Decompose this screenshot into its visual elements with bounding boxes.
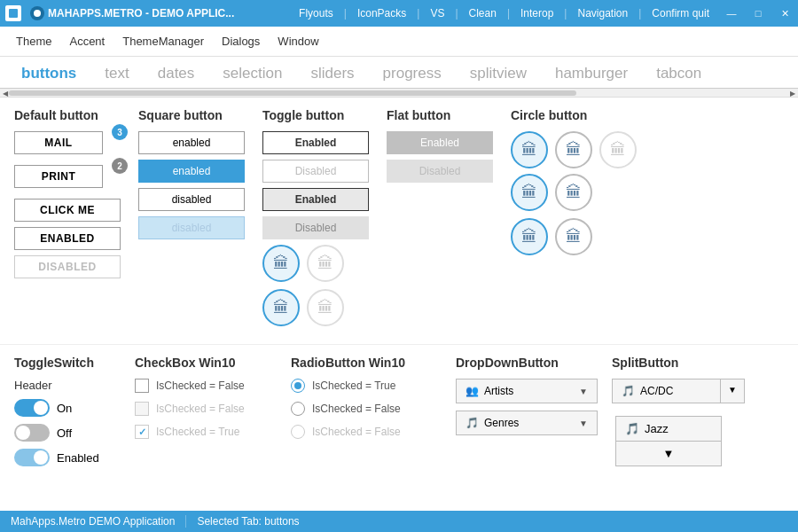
nav-clean[interactable]: Clean (460, 0, 505, 27)
checkbox-check-2: ✓ (138, 426, 146, 438)
horizontal-scrollbar[interactable]: ◀ ▶ (0, 89, 798, 98)
print-button[interactable]: PRINT (14, 165, 103, 188)
toggle-off-track[interactable] (14, 424, 50, 442)
square-button-section: Square button enabled enabled disabled d… (138, 108, 245, 333)
checkbox-label-1: IsChecked = False (156, 403, 245, 415)
toggle-header-label: Header (14, 379, 121, 392)
split-acdc-arrow[interactable]: ▼ (721, 379, 745, 403)
nav-iconpacks[interactable]: IconPacks (348, 0, 415, 27)
flat-enabled[interactable]: Enabled (387, 131, 493, 154)
tog-circle-active2[interactable]: 🏛 (262, 289, 300, 326)
toggle-button-section: Toggle button Enabled Disabled Enabled D… (262, 108, 369, 333)
tab-sliders[interactable]: sliders (296, 59, 368, 88)
nav-flyouts[interactable]: Flyouts (290, 0, 342, 27)
tog-enabled1[interactable]: Enabled (262, 131, 369, 154)
scroll-right-arrow[interactable]: ▶ (787, 89, 798, 98)
mail-button-wrapper: MAIL 3 (14, 131, 121, 160)
checkbox-label-2: IsChecked = True (156, 426, 239, 438)
tabbar: buttons text dates selection sliders pro… (0, 57, 798, 89)
close-button[interactable]: ✕ (771, 0, 798, 27)
circle-grid: 🏛 🏛 🏛 🏛 🏛 🏛 🏛 (511, 131, 638, 257)
circle-btn-1[interactable]: 🏛 (555, 131, 592, 168)
nav-confirm-quit[interactable]: Confirm quit (643, 0, 718, 27)
menu-window[interactable]: Window (269, 29, 327, 53)
dropdown-genres[interactable]: 🎵 Genres ▼ (456, 411, 598, 435)
print-badge: 2 (112, 158, 128, 174)
maximize-button[interactable]: □ (745, 0, 771, 27)
tab-selection[interactable]: selection (208, 59, 296, 88)
menu-theme[interactable]: Theme (7, 29, 60, 53)
tab-tabcon[interactable]: tabcon (642, 59, 716, 88)
menu-thememanager[interactable]: ThemeManager (113, 29, 213, 53)
tab-progress[interactable]: progress (369, 59, 456, 88)
expand-icon: ▼ (663, 447, 675, 460)
checkbox-section: CheckBox Win10 IsChecked = False IsCheck… (135, 356, 277, 473)
circle-btn-0[interactable]: 🏛 (511, 131, 548, 168)
circle-btn-4[interactable]: 🏛 (555, 174, 592, 211)
tab-hamburger[interactable]: hamburger (541, 59, 642, 88)
split-section: SplitButton 🎵 AC/DC ▼ 🎵 Jazz ▼ (612, 356, 745, 473)
tab-buttons[interactable]: buttons (7, 59, 90, 88)
click-me-button[interactable]: CLICK ME (14, 199, 121, 222)
enabled-button[interactable]: ENABLED (14, 227, 121, 250)
split-title: SplitButton (612, 356, 745, 370)
dropdown-genres-label: Genres (484, 417, 519, 429)
toggle-switch-section: ToggleSwitch Header On Off Enabled (14, 356, 121, 473)
scroll-thumb[interactable] (9, 90, 576, 96)
nav-navigation[interactable]: Navigation (568, 0, 637, 27)
tog-circle-active1[interactable]: 🏛 (262, 245, 300, 282)
tog-circle-row1: 🏛 🏛 (262, 245, 369, 282)
nav-sep3: | (453, 0, 459, 27)
split-acdc-row: 🎵 AC/DC ▼ (612, 379, 745, 403)
checkbox-0[interactable] (135, 379, 149, 393)
tab-text[interactable]: text (90, 59, 143, 88)
toggle-on-thumb (34, 401, 48, 415)
radio-1[interactable] (291, 402, 305, 416)
circle-btn-6[interactable]: 🏛 (511, 218, 548, 255)
tab-splitview[interactable]: splitview (456, 59, 541, 88)
circle-btn-2: 🏛 (599, 131, 637, 168)
split-expand-item[interactable]: ▼ (615, 442, 722, 466)
nav-vs[interactable]: VS (421, 0, 453, 27)
sq-enabled-normal[interactable]: enabled (138, 131, 245, 154)
tog-circle-disabled1: 🏛 (307, 245, 344, 282)
artists-icon: 👥 (466, 385, 479, 397)
titlebar-controls: — □ ✕ (718, 0, 798, 27)
sq-disabled-inactive: disabled (138, 216, 245, 239)
split-jazz-icon: 🎵 (625, 422, 639, 435)
flat-button-section: Flat button Enabled Disabled (387, 108, 493, 333)
square-button-title: Square button (138, 108, 245, 122)
toggle-enabled-track[interactable] (14, 449, 50, 466)
menu-accent[interactable]: Accent (60, 29, 113, 53)
dropdown-genres-arrow: ▼ (579, 419, 588, 428)
radio-0[interactable] (291, 379, 305, 393)
menu-dialogs[interactable]: Dialogs (213, 29, 269, 53)
minimize-button[interactable]: — (718, 0, 745, 27)
sq-enabled-active[interactable]: enabled (138, 160, 245, 183)
dropdown-genres-left: 🎵 Genres (466, 417, 519, 429)
radio-label-2: IsChecked = False (312, 426, 401, 438)
dropdown-section: DropDownButton 👥 Artists ▼ 🎵 Genres ▼ (456, 356, 598, 473)
tog-enabled2[interactable]: Enabled (262, 188, 369, 211)
radio-inner-0 (294, 382, 301, 389)
circle-btn-7[interactable]: 🏛 (555, 218, 592, 255)
toggle-on-row: On (14, 399, 121, 417)
nav-interop[interactable]: Interop (512, 0, 562, 27)
sq-disabled-normal[interactable]: disabled (138, 188, 245, 211)
toggle-on-track[interactable] (14, 399, 50, 417)
toggle-enabled-row: Enabled (14, 449, 121, 466)
split-jazz-item[interactable]: 🎵 Jazz (615, 416, 722, 442)
checkbox-row-0: IsChecked = False (135, 379, 277, 393)
circle-button-section: Circle button 🏛 🏛 🏛 🏛 🏛 🏛 🏛 (511, 108, 638, 333)
mail-button[interactable]: MAIL (14, 131, 103, 154)
dropdown-artists[interactable]: 👥 Artists ▼ (456, 379, 598, 403)
tab-dates[interactable]: dates (144, 59, 209, 88)
circle-btn-3[interactable]: 🏛 (511, 174, 548, 211)
nav-sep2: | (415, 0, 421, 27)
split-acdc-main[interactable]: 🎵 AC/DC (612, 379, 721, 403)
default-button-title: Default button (14, 108, 121, 122)
checkbox-1 (135, 402, 149, 416)
menubar: Theme Accent ThemeManager Dialogs Window (0, 27, 798, 57)
checkbox-label-0: IsChecked = False (156, 379, 245, 392)
tog-circle-disabled2: 🏛 (307, 289, 344, 326)
